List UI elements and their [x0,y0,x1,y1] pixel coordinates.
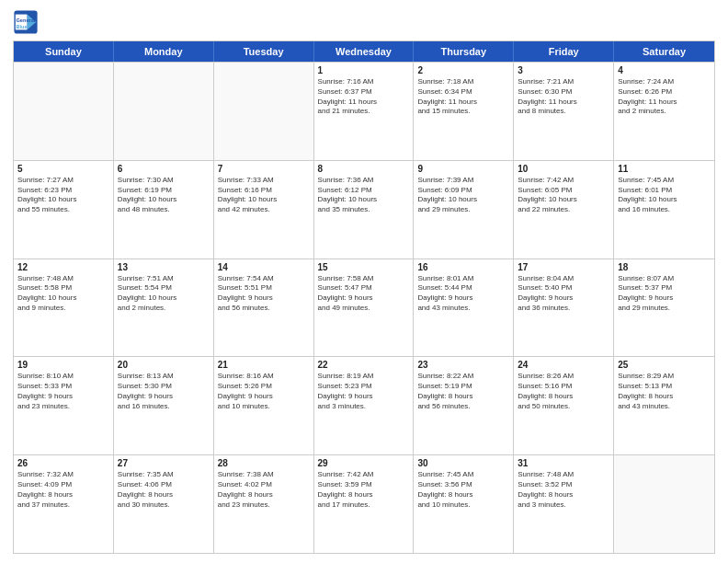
calendar-day-8: 8Sunrise: 7:36 AMSunset: 6:12 PMDaylight… [314,161,415,259]
day-number: 7 [218,164,310,174]
day-number: 19 [17,360,109,370]
calendar-day-22: 22Sunrise: 8:19 AMSunset: 5:23 PMDayligh… [314,357,415,454]
day-info: Sunrise: 8:10 AMSunset: 5:33 PMDaylight:… [17,372,109,411]
logo: General Blue [13,9,39,35]
day-number: 2 [417,65,509,75]
day-header-sunday: Sunday [14,41,114,62]
calendar-day-15: 15Sunrise: 7:58 AMSunset: 5:47 PMDayligh… [314,259,415,357]
calendar-day-27: 27Sunrise: 7:35 AMSunset: 4:06 PMDayligh… [114,455,214,553]
logo-icon: General Blue [13,9,39,35]
calendar-week-3: 12Sunrise: 7:48 AMSunset: 5:58 PMDayligh… [14,259,714,357]
day-number: 10 [518,164,609,174]
day-info: Sunrise: 7:48 AMSunset: 3:52 PMDaylight:… [518,470,609,510]
calendar-body: 1Sunrise: 7:16 AMSunset: 6:37 PMDaylight… [14,62,714,553]
day-info: Sunrise: 8:22 AMSunset: 5:19 PMDaylight:… [417,372,509,411]
day-number: 13 [118,262,210,272]
day-info: Sunrise: 7:18 AMSunset: 6:34 PMDaylight:… [417,77,509,117]
day-number: 6 [118,164,210,174]
day-number: 5 [17,164,109,174]
day-number: 30 [417,458,509,468]
day-info: Sunrise: 7:35 AMSunset: 4:06 PMDaylight:… [118,470,210,510]
calendar-day-25: 25Sunrise: 8:29 AMSunset: 5:13 PMDayligh… [614,357,714,454]
day-number: 9 [417,164,509,174]
calendar-day-29: 29Sunrise: 7:42 AMSunset: 3:59 PMDayligh… [314,455,415,553]
calendar-page: General Blue SundayMondayTuesdayWednesda… [0,0,728,563]
calendar-day-10: 10Sunrise: 7:42 AMSunset: 6:05 PMDayligh… [514,161,614,259]
calendar-day-19: 19Sunrise: 8:10 AMSunset: 5:33 PMDayligh… [14,357,114,454]
day-info: Sunrise: 8:04 AMSunset: 5:40 PMDaylight:… [518,274,609,314]
day-number: 17 [518,262,609,272]
calendar-day-24: 24Sunrise: 8:26 AMSunset: 5:16 PMDayligh… [514,357,614,454]
day-header-friday: Friday [514,41,614,62]
calendar-day-30: 30Sunrise: 7:45 AMSunset: 3:56 PMDayligh… [414,455,514,553]
day-info: Sunrise: 8:19 AMSunset: 5:23 PMDaylight:… [318,372,410,411]
day-info: Sunrise: 7:45 AMSunset: 6:01 PMDaylight:… [618,176,711,215]
day-info: Sunrise: 7:58 AMSunset: 5:47 PMDaylight:… [318,274,410,314]
day-number: 21 [218,360,310,370]
calendar-day-31: 31Sunrise: 7:48 AMSunset: 3:52 PMDayligh… [514,455,614,553]
day-number: 25 [618,360,711,370]
day-info: Sunrise: 7:21 AMSunset: 6:30 PMDaylight:… [518,77,609,117]
calendar-day-1: 1Sunrise: 7:16 AMSunset: 6:37 PMDaylight… [314,63,415,160]
day-number: 15 [318,262,410,272]
day-info: Sunrise: 7:42 AMSunset: 3:59 PMDaylight:… [318,470,410,510]
day-number: 27 [118,458,210,468]
day-info: Sunrise: 8:01 AMSunset: 5:44 PMDaylight:… [417,274,509,314]
day-info: Sunrise: 7:45 AMSunset: 3:56 PMDaylight:… [417,470,509,510]
day-number: 16 [417,262,509,272]
calendar-day-11: 11Sunrise: 7:45 AMSunset: 6:01 PMDayligh… [614,161,714,259]
calendar-header-row: SundayMondayTuesdayWednesdayThursdayFrid… [14,41,714,62]
calendar-day-7: 7Sunrise: 7:33 AMSunset: 6:16 PMDaylight… [214,161,314,259]
day-number: 4 [618,65,711,75]
day-info: Sunrise: 7:42 AMSunset: 6:05 PMDaylight:… [518,176,609,215]
calendar-day-14: 14Sunrise: 7:54 AMSunset: 5:51 PMDayligh… [214,259,314,357]
day-info: Sunrise: 7:54 AMSunset: 5:51 PMDaylight:… [218,274,310,314]
day-info: Sunrise: 8:07 AMSunset: 5:37 PMDaylight:… [618,274,711,314]
day-info: Sunrise: 7:39 AMSunset: 6:09 PMDaylight:… [417,176,509,215]
day-info: Sunrise: 7:24 AMSunset: 6:26 PMDaylight:… [618,77,711,117]
calendar-day-18: 18Sunrise: 8:07 AMSunset: 5:37 PMDayligh… [614,259,714,357]
day-number: 3 [518,65,609,75]
calendar-week-1: 1Sunrise: 7:16 AMSunset: 6:37 PMDaylight… [14,62,714,160]
svg-text:Blue: Blue [17,24,28,29]
day-number: 29 [318,458,410,468]
day-info: Sunrise: 7:51 AMSunset: 5:54 PMDaylight:… [118,274,210,314]
day-info: Sunrise: 7:33 AMSunset: 6:16 PMDaylight:… [218,176,310,215]
day-number: 8 [318,164,410,174]
day-number: 1 [318,65,410,75]
day-info: Sunrise: 8:13 AMSunset: 5:30 PMDaylight:… [118,372,210,411]
calendar-day-5: 5Sunrise: 7:27 AMSunset: 6:23 PMDaylight… [14,161,114,259]
calendar-day-13: 13Sunrise: 7:51 AMSunset: 5:54 PMDayligh… [114,259,214,357]
calendar-day-21: 21Sunrise: 8:16 AMSunset: 5:26 PMDayligh… [214,357,314,454]
calendar-week-4: 19Sunrise: 8:10 AMSunset: 5:33 PMDayligh… [14,356,714,454]
calendar-week-5: 26Sunrise: 7:32 AMSunset: 4:09 PMDayligh… [14,454,714,553]
day-number: 26 [17,458,109,468]
day-info: Sunrise: 8:26 AMSunset: 5:16 PMDaylight:… [518,372,609,411]
day-number: 28 [218,458,310,468]
calendar-day-17: 17Sunrise: 8:04 AMSunset: 5:40 PMDayligh… [514,259,614,357]
day-number: 31 [518,458,609,468]
day-header-saturday: Saturday [614,41,714,62]
calendar-day-12: 12Sunrise: 7:48 AMSunset: 5:58 PMDayligh… [14,259,114,357]
calendar-day-6: 6Sunrise: 7:30 AMSunset: 6:19 PMDaylight… [114,161,214,259]
day-info: Sunrise: 7:48 AMSunset: 5:58 PMDaylight:… [17,274,109,314]
calendar-day-23: 23Sunrise: 8:22 AMSunset: 5:19 PMDayligh… [414,357,514,454]
day-header-tuesday: Tuesday [214,41,314,62]
page-header: General Blue [13,9,715,35]
calendar: SundayMondayTuesdayWednesdayThursdayFrid… [13,40,715,554]
day-number: 23 [417,360,509,370]
calendar-empty-cell [214,63,314,160]
day-info: Sunrise: 7:38 AMSunset: 4:02 PMDaylight:… [218,470,310,510]
calendar-day-3: 3Sunrise: 7:21 AMSunset: 6:30 PMDaylight… [514,63,614,160]
day-number: 22 [318,360,410,370]
day-number: 24 [518,360,609,370]
day-number: 11 [618,164,711,174]
day-info: Sunrise: 7:30 AMSunset: 6:19 PMDaylight:… [118,176,210,215]
calendar-day-28: 28Sunrise: 7:38 AMSunset: 4:02 PMDayligh… [214,455,314,553]
calendar-week-2: 5Sunrise: 7:27 AMSunset: 6:23 PMDaylight… [14,160,714,259]
calendar-day-26: 26Sunrise: 7:32 AMSunset: 4:09 PMDayligh… [14,455,114,553]
day-info: Sunrise: 8:29 AMSunset: 5:13 PMDaylight:… [618,372,711,411]
day-header-monday: Monday [114,41,214,62]
day-info: Sunrise: 7:32 AMSunset: 4:09 PMDaylight:… [17,470,109,510]
calendar-empty-cell [614,455,714,553]
